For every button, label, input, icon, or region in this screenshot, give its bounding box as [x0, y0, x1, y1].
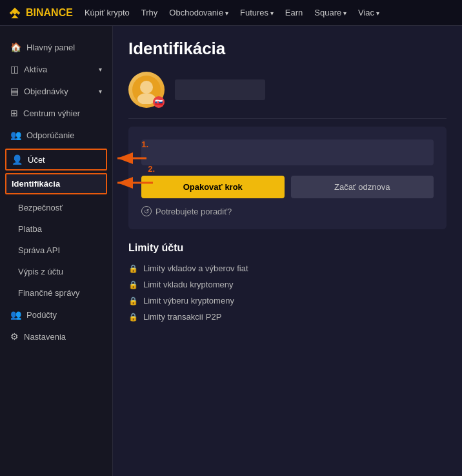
limit-label-1: Limity vkladov a výberov fiat — [143, 264, 248, 273]
limit-item-4: 🔒 Limity transakcií P2P — [128, 309, 447, 325]
binance-logo-text: BINANCE — [26, 7, 73, 19]
sidebar-item-identifikacia[interactable]: Identifikácia — [5, 173, 107, 194]
sidebar: 🏠 Hlavný panel ◫ Aktíva ▾ ▤ Objednávky ▾… — [0, 26, 113, 476]
objednavky-icon: ▤ — [10, 86, 19, 96]
sidebar-item-nastavenia[interactable]: ⚙ Nastavenia — [0, 326, 112, 347]
sidebar-label-vypis: Výpis z účtu — [18, 267, 63, 276]
limit-item-1: 🔒 Limity vkladov a výberov fiat — [128, 260, 447, 276]
main-layout: 🏠 Hlavný panel ◫ Aktíva ▾ ▤ Objednávky ▾… — [0, 26, 462, 476]
main-content: Identifikácia 🇸🇰 Opakova — [113, 26, 462, 476]
aktiva-icon: ◫ — [10, 64, 19, 74]
top-navigation: BINANCE Kúpiť krypto Trhy Obchodovanie F… — [0, 0, 462, 26]
home-icon: 🏠 — [10, 42, 21, 52]
profile-section: 🇸🇰 — [128, 72, 447, 108]
sidebar-label-ucet: Účet — [28, 155, 45, 165]
settings-icon: ⚙ — [10, 331, 19, 342]
sidebar-label-identifikacia: Identifikácia — [12, 179, 60, 189]
help-text: Potrebujete poradiť? — [156, 207, 232, 216]
aktiva-arrow-icon: ▾ — [99, 66, 102, 73]
limit-label-2: Limit vkladu kryptomeny — [143, 280, 233, 289]
lock-icon-4: 🔒 — [128, 313, 138, 322]
sidebar-label-sprava-api: Správa API — [18, 245, 60, 255]
sidebar-item-objednavky[interactable]: ▤ Objednávky ▾ — [0, 80, 112, 102]
sidebar-item-ucet[interactable]: 👤 Účet — [5, 149, 107, 171]
help-icon: ↺ — [141, 206, 152, 216]
sidebar-label-poducky: Podúčty — [26, 310, 57, 320]
sidebar-item-vypis[interactable]: Výpis z účtu — [0, 261, 112, 282]
limits-title: Limity účtu — [128, 242, 447, 254]
limit-label-3: Limit výberu kryptomeny — [143, 296, 234, 305]
ucet-icon: 👤 — [12, 154, 23, 165]
lock-icon-1: 🔒 — [128, 264, 138, 273]
sidebar-item-bezpecnost[interactable]: Bezpečnosť — [0, 197, 112, 218]
divider — [128, 118, 447, 119]
sidebar-item-aktiva[interactable]: ◫ Aktíva ▾ — [0, 58, 112, 80]
verification-card: Opakovať krok Začať odznova ↺ Potrebujet… — [128, 127, 447, 229]
odporucanie-icon: 👥 — [10, 130, 21, 140]
sidebar-label-bezpecnost: Bezpečnosť — [18, 203, 63, 212]
lock-icon-2: 🔒 — [128, 280, 138, 289]
limit-item-3: 🔒 Limit výberu kryptomeny — [128, 293, 447, 309]
limit-item-2: 🔒 Limit vkladu kryptomeny — [128, 276, 447, 293]
sidebar-item-sprava-api[interactable]: Správa API — [0, 240, 112, 261]
sidebar-item-hlavny-panel[interactable]: 🏠 Hlavný panel — [0, 36, 112, 58]
sidebar-item-poducky[interactable]: 👥 Podúčty — [0, 304, 112, 326]
nav-earn[interactable]: Earn — [285, 8, 303, 17]
nav-obchodovanie[interactable]: Obchodovanie — [169, 8, 228, 17]
nav-viac[interactable]: Viac — [358, 8, 379, 17]
objednavky-arrow-icon: ▾ — [99, 88, 102, 95]
help-row: ↺ Potrebujete poradiť? — [141, 206, 434, 216]
poducky-icon: 👥 — [10, 309, 21, 320]
sidebar-item-financne[interactable]: Finančné správy — [0, 282, 112, 304]
sidebar-label-platba: Platba — [18, 224, 42, 234]
sidebar-label-centrum: Centrum výhier — [23, 109, 80, 118]
limits-section: Limity účtu 🔒 Limity vkladov a výberov f… — [128, 242, 447, 325]
avatar-wrapper: 🇸🇰 — [128, 72, 165, 108]
nav-futures[interactable]: Futures — [240, 8, 274, 17]
sidebar-label-nastavenia: Nastavenia — [24, 332, 66, 342]
verification-status — [141, 140, 434, 165]
sidebar-item-centrum-vyhlier[interactable]: ⊞ Centrum výhier — [0, 102, 112, 124]
flag-badge: 🇸🇰 — [153, 96, 165, 108]
nav-square[interactable]: Square — [314, 8, 346, 17]
name-block — [175, 79, 265, 100]
repeat-step-button[interactable]: Opakovať krok — [141, 176, 285, 198]
sidebar-label-odporucanie: Odporúčanie — [26, 130, 74, 140]
centrum-icon: ⊞ — [10, 108, 18, 118]
sidebar-item-platba[interactable]: Platba — [0, 218, 112, 240]
sidebar-item-odporucanie[interactable]: 👥 Odporúčanie — [0, 124, 112, 146]
lock-icon-3: 🔒 — [128, 296, 138, 305]
nav-kupit-krypto[interactable]: Kúpiť krypto — [85, 8, 130, 17]
sidebar-label-aktiva: Aktíva — [24, 65, 47, 74]
svg-point-10 — [140, 81, 153, 94]
page-title: Identifikácia — [128, 39, 447, 59]
sidebar-label-financne: Finančné správy — [18, 288, 79, 298]
binance-logo-icon — [8, 6, 22, 20]
svg-marker-3 — [12, 14, 19, 18]
limit-label-4: Limity transakcií P2P — [143, 312, 221, 322]
binance-logo[interactable]: BINANCE — [8, 6, 73, 20]
restart-button[interactable]: Začať odznova — [291, 176, 434, 198]
sidebar-label-hlavny-panel: Hlavný panel — [26, 43, 75, 52]
nav-trhy[interactable]: Trhy — [141, 8, 158, 17]
button-row: Opakovať krok Začať odznova — [141, 176, 434, 198]
sidebar-label-objednavky: Objednávky — [24, 87, 68, 96]
